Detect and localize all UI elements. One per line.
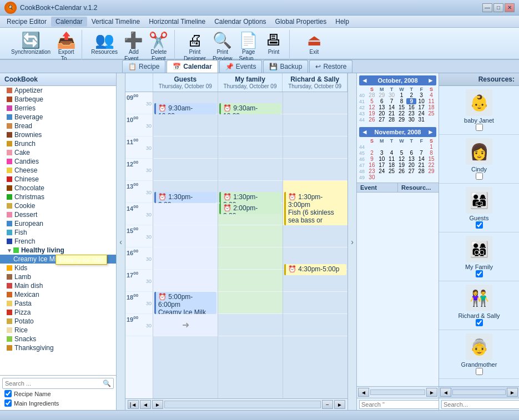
menu-calendar[interactable]: Calendar	[51, 17, 87, 27]
event-panel-search-input[interactable]	[359, 400, 439, 409]
sidebar-item-berries[interactable]: Berries	[0, 104, 116, 113]
nov-16[interactable]: 16	[367, 162, 377, 168]
sidebar-item-thanksgiving[interactable]: Thanksgiving	[0, 343, 116, 352]
print-preview-button[interactable]: 🔍 PrintPreview	[210, 30, 235, 63]
oct-13[interactable]: 13	[377, 104, 387, 110]
oct-9-today[interactable]: 9	[406, 98, 416, 104]
nov-11[interactable]: 11	[387, 156, 397, 162]
oct-2[interactable]: 2	[406, 92, 416, 98]
oct-3[interactable]: 3	[416, 92, 426, 98]
sidebar-item-french[interactable]: French	[0, 237, 116, 246]
sidebar-item-barbeque[interactable]: Barbeque	[0, 95, 116, 104]
nov-3[interactable]: 3	[377, 150, 387, 156]
nov-10[interactable]: 10	[377, 156, 387, 162]
sidebar-search-input[interactable]	[5, 380, 103, 387]
sidebar-item-brunch[interactable]: Brunch	[0, 139, 116, 148]
nov-1[interactable]: 1	[426, 144, 436, 150]
event-panel-next[interactable]: ►	[426, 388, 437, 397]
nov-15[interactable]: 15	[426, 156, 436, 162]
my-family-event-130[interactable]: ⏰ 1:30pm-2:00pm	[219, 192, 281, 203]
sidebar-item-main-dish[interactable]: Main dish	[0, 281, 116, 290]
menu-vertical-timeline[interactable]: Vertical Timeline	[87, 17, 144, 27]
november-next-button[interactable]: ►	[427, 128, 434, 136]
menu-global-properties[interactable]: Global Properties	[271, 17, 331, 27]
menu-calendar-options[interactable]: Calendar Options	[210, 17, 270, 27]
nov-23[interactable]: 23	[367, 168, 377, 174]
oct-20[interactable]: 20	[377, 110, 387, 117]
event-panel-scrollbar[interactable]	[370, 389, 425, 395]
nov-30[interactable]: 30	[367, 174, 377, 180]
sidebar-item-rice[interactable]: Rice	[0, 326, 116, 335]
main-ingredients-checkbox[interactable]	[4, 399, 12, 407]
october-prev-button[interactable]: ◄	[361, 77, 368, 84]
nov-13[interactable]: 13	[406, 156, 416, 162]
oct-14[interactable]: 14	[387, 104, 397, 110]
rs-event-430[interactable]: ⏰ 4:30pm-5:00p	[284, 264, 346, 275]
sidebar-item-snacks[interactable]: Snacks	[0, 335, 116, 343]
oct-30[interactable]: 30	[406, 117, 416, 123]
sidebar-item-brownies[interactable]: Brownies	[0, 130, 116, 139]
oct-31[interactable]: 31	[416, 117, 426, 123]
close-button[interactable]: ✕	[505, 3, 515, 12]
sidebar-item-chocolate[interactable]: Chocolate	[0, 184, 116, 193]
sidebar-item-cheese[interactable]: Cheese	[0, 166, 116, 175]
baby-janet-checkbox[interactable]	[476, 124, 483, 131]
event-panel-prev[interactable]: ◄	[358, 388, 369, 397]
oct-23[interactable]: 23	[406, 110, 416, 117]
nov-24[interactable]: 24	[377, 168, 387, 174]
nov-27[interactable]: 27	[406, 168, 416, 174]
sidebar-item-pasta[interactable]: Pasta	[0, 299, 116, 308]
cal-nav-next[interactable]: ►	[152, 400, 163, 409]
oct-29[interactable]: 29	[397, 117, 407, 123]
tab-recipe[interactable]: 📋 Recipe	[122, 60, 165, 73]
sidebar-item-healthy[interactable]: ▼ Healthy living	[0, 246, 116, 255]
oct-6[interactable]: 6	[377, 98, 387, 104]
my-family-event-930[interactable]: ⏰ 9:30am-10:00am	[219, 103, 281, 114]
cal-scrollbar[interactable]	[164, 401, 321, 408]
oct-25[interactable]: 25	[426, 110, 436, 117]
cindy-checkbox[interactable]	[476, 173, 483, 180]
tab-restore[interactable]: ↩ Restore	[309, 60, 352, 73]
oct-21[interactable]: 21	[387, 110, 397, 117]
tab-events[interactable]: 📌 Events	[219, 60, 263, 73]
october-next-button[interactable]: ►	[427, 77, 434, 84]
sidebar-item-candies[interactable]: Candies	[0, 157, 116, 166]
add-event-button[interactable]: ➕ AddEvent...	[122, 30, 145, 63]
sidebar-item-creamy-ice-milk[interactable]: Creamy Ice Milk Creamy Ice Milk	[0, 255, 116, 264]
maximize-button[interactable]: □	[493, 3, 503, 12]
minimize-button[interactable]: —	[482, 3, 492, 12]
oct-sep-30[interactable]: 30	[387, 92, 397, 98]
sidebar-item-kids[interactable]: Kids	[0, 264, 116, 272]
sidebar-item-beverage[interactable]: Beverage	[0, 113, 116, 122]
my-family-event-200[interactable]: ⏰ 2:00pm-2:30pm	[219, 203, 281, 214]
menu-horizontal-timeline[interactable]: Horizontal Timeline	[144, 17, 210, 27]
tab-calendar[interactable]: 📅 Calendar	[167, 60, 218, 73]
oct-11[interactable]: 11	[426, 98, 436, 104]
resources-prev-btn[interactable]: ◄	[440, 388, 451, 397]
sidebar-item-european[interactable]: European	[0, 219, 116, 228]
oct-15[interactable]: 15	[397, 104, 407, 110]
sidebar-item-mexican[interactable]: Mexican	[0, 290, 116, 299]
sidebar-item-cake[interactable]: Cake	[0, 148, 116, 157]
menu-recipe-editor[interactable]: Recipe Editor	[2, 17, 51, 27]
nov-8[interactable]: 8	[426, 150, 436, 156]
nov-21[interactable]: 21	[416, 162, 426, 168]
nov-26[interactable]: 26	[397, 168, 407, 174]
tab-backup[interactable]: 💾 Backup	[263, 60, 308, 73]
oct-17[interactable]: 17	[416, 104, 426, 110]
nov-2[interactable]: 2	[367, 150, 377, 156]
sync-button[interactable]: 🔄 Synchronization	[9, 30, 53, 63]
nov-20[interactable]: 20	[406, 162, 416, 168]
sidebar-item-cookie[interactable]: Cookie	[0, 201, 116, 210]
nov-6[interactable]: 6	[406, 150, 416, 156]
nov-5[interactable]: 5	[397, 150, 407, 156]
sidebar-item-bread[interactable]: Bread	[0, 122, 116, 130]
sidebar-item-pizza[interactable]: Pizza	[0, 308, 116, 317]
resources-button[interactable]: 👥 Resources	[89, 30, 120, 63]
page-setup-button[interactable]: 📄 PageSetup...	[236, 30, 260, 63]
export-button[interactable]: 📤 ExportTo...	[55, 30, 77, 63]
sidebar-search-button[interactable]: 🔍	[103, 379, 111, 387]
oct-24[interactable]: 24	[416, 110, 426, 117]
oct-12[interactable]: 12	[367, 104, 377, 110]
oct-8[interactable]: 8	[397, 98, 407, 104]
